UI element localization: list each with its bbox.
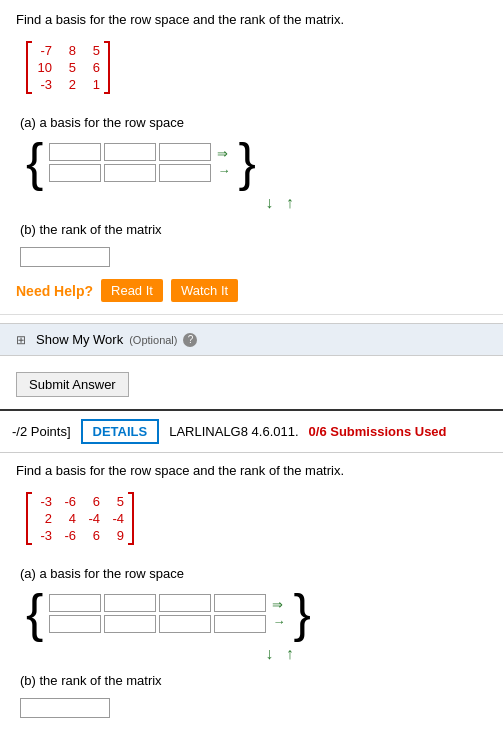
p2-input-row-2 bbox=[49, 615, 266, 633]
arrow-col-1: ⇒ → bbox=[217, 147, 230, 177]
need-help-row: Need Help? Read It Watch It bbox=[16, 279, 487, 302]
details-tab[interactable]: DETAILS bbox=[81, 419, 160, 444]
p1-r2-v2[interactable] bbox=[104, 164, 156, 182]
show-work-optional: (Optional) bbox=[129, 334, 177, 346]
right-double-arrow: ⇒ bbox=[217, 147, 228, 160]
problem2-part-b-label: (b) the rank of the matrix bbox=[20, 673, 487, 688]
m2r3c1: -3 bbox=[36, 528, 52, 543]
p1-r1-v3[interactable] bbox=[159, 143, 211, 161]
m1r2c2: 5 bbox=[60, 60, 76, 75]
problem2-rank-input[interactable] bbox=[20, 698, 110, 718]
p2-right-double-arrow: ⇒ bbox=[272, 598, 283, 611]
m2-row-2: 2 4 -4 -4 bbox=[36, 511, 124, 526]
problem2-row-space: { ⇒ → } bbox=[26, 587, 487, 639]
m1r1c2: 8 bbox=[60, 43, 76, 58]
problem2-part-a-label: (a) a basis for the row space bbox=[20, 566, 487, 581]
problem1-matrix: -7 8 5 10 5 6 -3 2 1 bbox=[26, 41, 110, 97]
problem2-section: Find a basis for the row space and the r… bbox=[0, 453, 503, 728]
p2-r1-v4[interactable] bbox=[214, 594, 266, 612]
m2r3c3: 6 bbox=[84, 528, 100, 543]
details-bar: -/2 Points] DETAILS LARLINALG8 4.6.011. … bbox=[0, 409, 503, 453]
p2-r1-v1[interactable] bbox=[49, 594, 101, 612]
m2r2c2: 4 bbox=[60, 511, 76, 526]
matrix-content: -7 8 5 10 5 6 -3 2 1 bbox=[32, 41, 104, 94]
show-work-help-icon[interactable]: ? bbox=[183, 333, 197, 347]
matrix-bracket-wrap: -7 8 5 10 5 6 -3 2 1 bbox=[26, 41, 110, 94]
p2-r1-v3[interactable] bbox=[159, 594, 211, 612]
left-brace: { bbox=[26, 136, 43, 188]
m1r1c1: -7 bbox=[36, 43, 52, 58]
m1r3c2: 2 bbox=[60, 77, 76, 92]
down-arrow-2[interactable]: ↓ bbox=[265, 645, 277, 662]
problem1-rank-input[interactable] bbox=[20, 247, 110, 267]
matrix2-content: -3 -6 6 5 2 4 -4 -4 -3 -6 6 9 bbox=[32, 492, 128, 545]
m2r3c4: 9 bbox=[108, 528, 124, 543]
problem1-part-b-label: (b) the rank of the matrix bbox=[20, 222, 487, 237]
right-bracket bbox=[104, 41, 110, 94]
p2-r2-v3[interactable] bbox=[159, 615, 211, 633]
input-row-2 bbox=[49, 164, 211, 182]
m2-row-3: -3 -6 6 9 bbox=[36, 528, 124, 543]
vector-inputs-row1 bbox=[49, 143, 211, 182]
p2-r2-v2[interactable] bbox=[104, 615, 156, 633]
problem1-instruction: Find a basis for the row space and the r… bbox=[16, 12, 487, 27]
m1r2c1: 10 bbox=[36, 60, 52, 75]
problem2-matrix: -3 -6 6 5 2 4 -4 -4 -3 -6 6 9 bbox=[26, 492, 134, 548]
p1-r1-v1[interactable] bbox=[49, 143, 101, 161]
right-brace: } bbox=[238, 136, 255, 188]
up-arrow-1[interactable]: ↑ bbox=[286, 194, 298, 211]
input-row-1 bbox=[49, 143, 211, 161]
problem2-instruction: Find a basis for the row space and the r… bbox=[16, 463, 487, 478]
m2r2c4: -4 bbox=[108, 511, 124, 526]
p2-right-brace: } bbox=[293, 587, 310, 639]
m2r2c3: -4 bbox=[84, 511, 100, 526]
m2r2c1: 2 bbox=[36, 511, 52, 526]
show-work-label: Show My Work bbox=[36, 332, 123, 347]
details-course: LARLINALG8 4.6.011. bbox=[169, 424, 298, 439]
p2-right-single-arrow: → bbox=[272, 615, 285, 628]
problem1-part-a-label: (a) a basis for the row space bbox=[20, 115, 487, 130]
p1-r2-v1[interactable] bbox=[49, 164, 101, 182]
m2-row-1: -3 -6 6 5 bbox=[36, 494, 124, 509]
m1r3c3: 1 bbox=[84, 77, 100, 92]
m2r1c1: -3 bbox=[36, 494, 52, 509]
m2r1c2: -6 bbox=[60, 494, 76, 509]
watch-it-button[interactable]: Watch It bbox=[171, 279, 238, 302]
submissions-used: 0/6 Submissions Used bbox=[309, 424, 447, 439]
m2r1c4: 5 bbox=[108, 494, 124, 509]
points-label: -/2 Points] bbox=[12, 424, 71, 439]
problem1-row-space: { ⇒ → } bbox=[26, 136, 487, 188]
m1r3c1: -3 bbox=[36, 77, 52, 92]
m1r1c3: 5 bbox=[84, 43, 100, 58]
down-arrow-1[interactable]: ↓ bbox=[265, 194, 277, 211]
p2-left-brace: { bbox=[26, 587, 43, 639]
p1-r2-v3[interactable] bbox=[159, 164, 211, 182]
up-arrow-2[interactable]: ↑ bbox=[286, 645, 298, 662]
p2-r2-v4[interactable] bbox=[214, 615, 266, 633]
matrix2-right-bracket bbox=[128, 492, 134, 545]
matrix2-bracket-wrap: -3 -6 6 5 2 4 -4 -4 -3 -6 6 9 bbox=[26, 492, 134, 545]
matrix-row-3: -3 2 1 bbox=[36, 77, 100, 92]
read-it-button[interactable]: Read It bbox=[101, 279, 163, 302]
m2r3c2: -6 bbox=[60, 528, 76, 543]
need-help-label: Need Help? bbox=[16, 283, 93, 299]
p2-r2-v1[interactable] bbox=[49, 615, 101, 633]
problem1-section: Find a basis for the row space and the r… bbox=[0, 0, 503, 315]
p1-r1-v2[interactable] bbox=[104, 143, 156, 161]
p2-arrow-col: ⇒ → bbox=[272, 598, 285, 628]
p2-vector-inputs bbox=[49, 594, 266, 633]
submit-button[interactable]: Submit Answer bbox=[16, 372, 129, 397]
show-work-bar[interactable]: ⊞ Show My Work (Optional) ? bbox=[0, 323, 503, 356]
matrix-row-2: 10 5 6 bbox=[36, 60, 100, 75]
p2-input-row-1 bbox=[49, 594, 266, 612]
submit-section: Submit Answer bbox=[0, 364, 503, 409]
matrix-row-1: -7 8 5 bbox=[36, 43, 100, 58]
right-single-arrow: → bbox=[217, 164, 230, 177]
m1r2c3: 6 bbox=[84, 60, 100, 75]
m2r1c3: 6 bbox=[84, 494, 100, 509]
p2-r1-v2[interactable] bbox=[104, 594, 156, 612]
expand-icon: ⊞ bbox=[16, 333, 26, 347]
sort-arrows-1: ↓ ↑ bbox=[76, 194, 487, 212]
sort-arrows-2: ↓ ↑ bbox=[76, 645, 487, 663]
